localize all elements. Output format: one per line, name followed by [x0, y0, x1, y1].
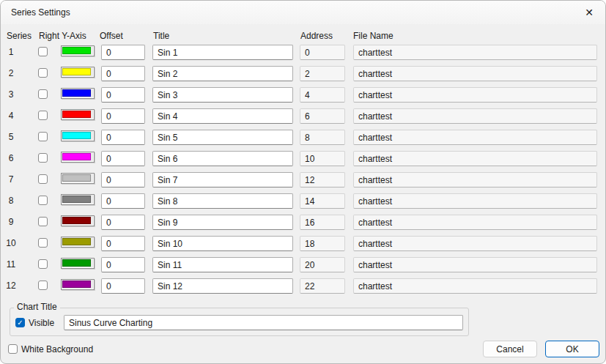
column-header-offset: Offset — [100, 31, 123, 41]
white-background-label: White Background — [21, 344, 93, 354]
offset-input[interactable] — [101, 215, 145, 230]
series-row: 7 — [1, 172, 605, 193]
title-input[interactable] — [152, 151, 293, 166]
series-number: 4 — [4, 111, 18, 121]
series-color-swatch — [62, 132, 91, 139]
right-y-axis-checkbox[interactable] — [38, 259, 48, 269]
right-y-axis-checkbox[interactable] — [38, 174, 48, 184]
right-y-axis-checkbox[interactable] — [38, 153, 48, 163]
series-number: 6 — [4, 153, 18, 163]
series-color-button[interactable] — [61, 258, 95, 269]
titlebar: Series Settings ✕ — [1, 1, 605, 24]
column-header-right-y-axis: Right Y-Axis — [39, 31, 86, 41]
title-input[interactable] — [152, 87, 293, 103]
address-field — [300, 193, 345, 209]
series-color-button[interactable] — [61, 130, 95, 141]
right-y-axis-checkbox[interactable] — [38, 68, 48, 78]
title-input[interactable] — [152, 193, 293, 209]
series-color-swatch — [62, 68, 91, 75]
series-number: 1 — [4, 47, 18, 57]
series-row: 3 — [1, 87, 605, 108]
chart-title-input[interactable] — [64, 315, 463, 330]
series-color-button[interactable] — [61, 88, 95, 99]
offset-input[interactable] — [101, 257, 145, 272]
address-field — [300, 87, 345, 103]
address-field — [300, 172, 345, 187]
title-input[interactable] — [152, 172, 293, 187]
offset-input[interactable] — [101, 172, 145, 187]
title-input[interactable] — [152, 215, 293, 230]
right-y-axis-checkbox[interactable] — [38, 196, 48, 205]
file-name-field — [353, 193, 597, 209]
column-header-file-name: File Name — [353, 31, 393, 41]
series-row: 4 — [1, 108, 605, 130]
address-field — [300, 215, 345, 230]
series-number: 12 — [4, 281, 18, 291]
series-color-swatch — [62, 281, 91, 288]
window-title: Series Settings — [11, 1, 70, 24]
right-y-axis-checkbox[interactable] — [38, 217, 48, 226]
file-name-field — [353, 257, 597, 272]
series-number: 8 — [4, 196, 18, 206]
series-color-swatch — [62, 238, 91, 245]
offset-input[interactable] — [101, 108, 145, 124]
series-color-button[interactable] — [61, 152, 95, 163]
series-color-button[interactable] — [61, 237, 95, 248]
title-input[interactable] — [152, 257, 293, 272]
right-y-axis-checkbox[interactable] — [38, 132, 48, 141]
series-row: 11 — [1, 257, 605, 278]
series-color-button[interactable] — [61, 194, 95, 205]
title-input[interactable] — [152, 66, 293, 81]
column-header-address: Address — [300, 31, 333, 41]
file-name-field — [353, 236, 597, 251]
series-color-button[interactable] — [61, 173, 95, 184]
right-y-axis-checkbox[interactable] — [38, 47, 48, 56]
right-y-axis-checkbox[interactable] — [38, 238, 48, 248]
series-settings-dialog: Series Settings ✕ Series Right Y-Axis Of… — [0, 0, 606, 364]
file-name-field — [353, 215, 597, 230]
file-name-field — [353, 45, 597, 60]
offset-input[interactable] — [101, 87, 145, 103]
series-number: 2 — [4, 68, 18, 78]
series-color-swatch — [62, 217, 91, 224]
series-number: 7 — [4, 174, 18, 185]
chart-title-group-label: Chart Title — [14, 302, 60, 312]
series-color-swatch — [62, 174, 91, 182]
title-input[interactable] — [152, 45, 293, 60]
offset-input[interactable] — [101, 193, 145, 209]
series-color-button[interactable] — [61, 67, 95, 78]
series-number: 9 — [4, 217, 18, 227]
series-color-button[interactable] — [61, 109, 95, 120]
right-y-axis-checkbox[interactable] — [38, 89, 48, 99]
series-color-button[interactable] — [61, 215, 95, 226]
ok-button[interactable]: OK — [545, 341, 599, 357]
offset-input[interactable] — [101, 130, 145, 145]
visible-checkbox-label: Visible — [29, 318, 54, 328]
offset-input[interactable] — [101, 66, 145, 81]
visible-checkbox[interactable] — [15, 318, 25, 327]
column-header-series: Series — [7, 31, 32, 41]
offset-input[interactable] — [101, 278, 145, 294]
offset-input[interactable] — [101, 151, 145, 166]
series-color-swatch — [62, 196, 91, 203]
address-field — [300, 236, 345, 251]
cancel-button[interactable]: Cancel — [483, 341, 537, 357]
offset-input[interactable] — [101, 236, 145, 251]
file-name-field — [353, 151, 597, 166]
address-field — [300, 66, 345, 81]
title-input[interactable] — [152, 278, 293, 294]
white-background-checkbox[interactable] — [8, 344, 18, 354]
address-field — [300, 130, 345, 145]
series-color-button[interactable] — [61, 45, 95, 56]
series-color-button[interactable] — [61, 279, 95, 290]
close-button[interactable]: ✕ — [577, 3, 601, 22]
address-field — [300, 108, 345, 124]
right-y-axis-checkbox[interactable] — [38, 281, 48, 290]
title-input[interactable] — [152, 108, 293, 124]
title-input[interactable] — [152, 130, 293, 145]
right-y-axis-checkbox[interactable] — [38, 111, 48, 120]
title-input[interactable] — [152, 236, 293, 251]
series-row: 2 — [1, 66, 605, 87]
series-row: 10 — [1, 236, 605, 257]
offset-input[interactable] — [101, 45, 145, 60]
